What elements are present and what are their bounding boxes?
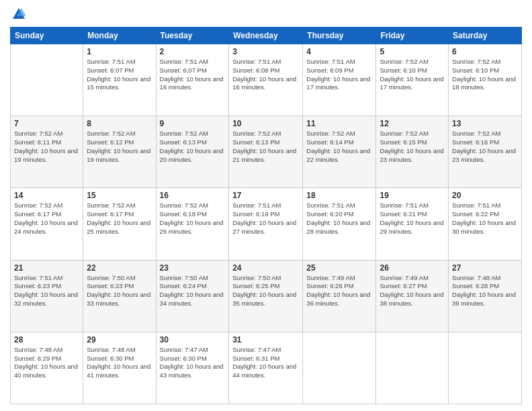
calendar-cell: 17Sunrise: 7:51 AMSunset: 6:19 PMDayligh… (229, 188, 303, 260)
day-number: 17 (232, 191, 299, 200)
day-number: 26 (380, 263, 445, 273)
day-number: 28 (14, 335, 79, 345)
day-info: Sunrise: 7:51 AMSunset: 6:21 PMDaylight:… (380, 201, 445, 236)
calendar-cell: 10Sunrise: 7:52 AMSunset: 6:13 PMDayligh… (229, 116, 303, 188)
calendar-cell: 8Sunrise: 7:52 AMSunset: 6:12 PMDaylight… (83, 116, 156, 188)
header-row: Sunday Monday Tuesday Wednesday Thursday… (11, 28, 522, 44)
calendar-cell (449, 332, 522, 404)
calendar-cell: 30Sunrise: 7:47 AMSunset: 6:30 PMDayligh… (156, 332, 229, 404)
calendar-cell: 5Sunrise: 7:52 AMSunset: 6:10 PMDaylight… (376, 44, 449, 116)
day-number: 14 (14, 191, 79, 200)
calendar-cell: 1Sunrise: 7:51 AMSunset: 6:07 PMDaylight… (83, 44, 156, 116)
calendar-cell: 14Sunrise: 7:52 AMSunset: 6:17 PMDayligh… (11, 188, 83, 260)
day-info: Sunrise: 7:51 AMSunset: 6:07 PMDaylight:… (87, 58, 152, 92)
day-info: Sunrise: 7:47 AMSunset: 6:31 PMDaylight:… (232, 346, 299, 380)
calendar-cell: 22Sunrise: 7:50 AMSunset: 6:23 PMDayligh… (83, 260, 156, 332)
day-number: 31 (232, 335, 299, 345)
day-number: 1 (87, 47, 152, 56)
calendar-cell: 18Sunrise: 7:51 AMSunset: 6:20 PMDayligh… (303, 188, 376, 260)
calendar-cell: 25Sunrise: 7:49 AMSunset: 6:26 PMDayligh… (303, 260, 376, 332)
calendar-cell: 4Sunrise: 7:51 AMSunset: 6:09 PMDaylight… (303, 44, 376, 116)
calendar-cell: 2Sunrise: 7:51 AMSunset: 6:07 PMDaylight… (156, 44, 229, 116)
calendar-cell: 3Sunrise: 7:51 AMSunset: 6:08 PMDaylight… (229, 44, 303, 116)
calendar-cell: 15Sunrise: 7:52 AMSunset: 6:17 PMDayligh… (83, 188, 156, 260)
calendar-cell: 21Sunrise: 7:51 AMSunset: 6:23 PMDayligh… (11, 260, 83, 332)
day-info: Sunrise: 7:50 AMSunset: 6:25 PMDaylight:… (232, 274, 299, 308)
day-number: 16 (160, 191, 226, 200)
calendar-cell: 7Sunrise: 7:52 AMSunset: 6:11 PMDaylight… (11, 116, 83, 188)
day-info: Sunrise: 7:50 AMSunset: 6:24 PMDaylight:… (160, 274, 226, 308)
day-info: Sunrise: 7:51 AMSunset: 6:23 PMDaylight:… (14, 274, 79, 308)
logo-icon (11, 7, 26, 21)
calendar-cell (303, 332, 376, 404)
col-friday: Friday (376, 28, 449, 44)
day-number: 13 (452, 119, 518, 128)
calendar-cell: 9Sunrise: 7:52 AMSunset: 6:13 PMDaylight… (156, 116, 229, 188)
calendar-cell: 19Sunrise: 7:51 AMSunset: 6:21 PMDayligh… (376, 188, 449, 260)
calendar-cell: 12Sunrise: 7:52 AMSunset: 6:15 PMDayligh… (376, 116, 449, 188)
day-info: Sunrise: 7:52 AMSunset: 6:11 PMDaylight:… (14, 130, 79, 164)
day-number: 12 (380, 119, 445, 128)
calendar-cell (376, 332, 449, 404)
day-info: Sunrise: 7:50 AMSunset: 6:23 PMDaylight:… (87, 274, 152, 308)
day-info: Sunrise: 7:52 AMSunset: 6:10 PMDaylight:… (452, 58, 518, 92)
logo (10, 7, 26, 21)
calendar-cell (11, 44, 83, 116)
day-info: Sunrise: 7:48 AMSunset: 6:28 PMDaylight:… (452, 274, 518, 308)
day-info: Sunrise: 7:52 AMSunset: 6:13 PMDaylight:… (160, 130, 226, 164)
col-wednesday: Wednesday (229, 28, 303, 44)
col-saturday: Saturday (449, 28, 522, 44)
col-tuesday: Tuesday (156, 28, 229, 44)
calendar-cell: 11Sunrise: 7:52 AMSunset: 6:14 PMDayligh… (303, 116, 376, 188)
day-info: Sunrise: 7:52 AMSunset: 6:10 PMDaylight:… (380, 58, 445, 92)
day-number: 22 (87, 263, 152, 273)
day-number: 23 (160, 263, 226, 273)
day-number: 18 (306, 191, 372, 200)
day-number: 6 (452, 47, 518, 56)
day-info: Sunrise: 7:51 AMSunset: 6:09 PMDaylight:… (306, 58, 372, 92)
col-thursday: Thursday (303, 28, 376, 44)
day-info: Sunrise: 7:51 AMSunset: 6:19 PMDaylight:… (232, 201, 299, 236)
col-sunday: Sunday (11, 28, 83, 44)
day-number: 11 (306, 119, 372, 128)
calendar-cell: 31Sunrise: 7:47 AMSunset: 6:31 PMDayligh… (229, 332, 303, 404)
calendar-week-5: 28Sunrise: 7:48 AMSunset: 6:29 PMDayligh… (11, 332, 522, 404)
col-monday: Monday (83, 28, 156, 44)
day-info: Sunrise: 7:52 AMSunset: 6:17 PMDaylight:… (14, 201, 79, 236)
day-info: Sunrise: 7:48 AMSunset: 6:30 PMDaylight:… (87, 346, 152, 380)
day-number: 2 (160, 47, 226, 56)
day-info: Sunrise: 7:51 AMSunset: 6:20 PMDaylight:… (306, 201, 372, 236)
day-number: 21 (14, 263, 79, 273)
day-number: 8 (87, 119, 152, 128)
calendar-table: Sunday Monday Tuesday Wednesday Thursday… (10, 27, 522, 404)
day-number: 20 (452, 191, 518, 200)
page: Sunday Monday Tuesday Wednesday Thursday… (0, 0, 532, 411)
calendar-cell: 24Sunrise: 7:50 AMSunset: 6:25 PMDayligh… (229, 260, 303, 332)
calendar-cell: 26Sunrise: 7:49 AMSunset: 6:27 PMDayligh… (376, 260, 449, 332)
day-number: 3 (232, 47, 299, 56)
calendar-cell: 27Sunrise: 7:48 AMSunset: 6:28 PMDayligh… (449, 260, 522, 332)
calendar-cell: 29Sunrise: 7:48 AMSunset: 6:30 PMDayligh… (83, 332, 156, 404)
day-number: 24 (232, 263, 299, 273)
calendar-cell: 23Sunrise: 7:50 AMSunset: 6:24 PMDayligh… (156, 260, 229, 332)
day-number: 30 (160, 335, 226, 345)
day-info: Sunrise: 7:51 AMSunset: 6:08 PMDaylight:… (232, 58, 299, 92)
day-info: Sunrise: 7:49 AMSunset: 6:27 PMDaylight:… (380, 274, 445, 308)
calendar-cell: 6Sunrise: 7:52 AMSunset: 6:10 PMDaylight… (449, 44, 522, 116)
calendar-week-4: 21Sunrise: 7:51 AMSunset: 6:23 PMDayligh… (11, 260, 522, 332)
day-info: Sunrise: 7:51 AMSunset: 6:22 PMDaylight:… (452, 201, 518, 236)
day-info: Sunrise: 7:49 AMSunset: 6:26 PMDaylight:… (306, 274, 372, 308)
header (10, 7, 522, 21)
day-number: 7 (14, 119, 79, 128)
day-number: 4 (306, 47, 372, 56)
day-number: 27 (452, 263, 518, 273)
day-info: Sunrise: 7:52 AMSunset: 6:17 PMDaylight:… (87, 201, 152, 236)
day-info: Sunrise: 7:52 AMSunset: 6:13 PMDaylight:… (232, 130, 299, 164)
day-number: 5 (380, 47, 445, 56)
day-info: Sunrise: 7:52 AMSunset: 6:15 PMDaylight:… (380, 130, 445, 164)
day-number: 25 (306, 263, 372, 273)
calendar-cell: 28Sunrise: 7:48 AMSunset: 6:29 PMDayligh… (11, 332, 83, 404)
calendar-week-1: 1Sunrise: 7:51 AMSunset: 6:07 PMDaylight… (11, 44, 522, 116)
day-info: Sunrise: 7:52 AMSunset: 6:12 PMDaylight:… (87, 130, 152, 164)
day-info: Sunrise: 7:48 AMSunset: 6:29 PMDaylight:… (14, 346, 79, 380)
